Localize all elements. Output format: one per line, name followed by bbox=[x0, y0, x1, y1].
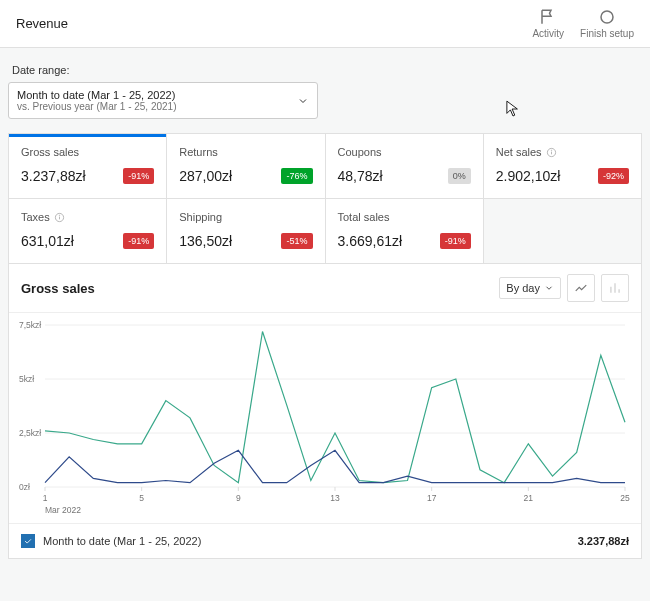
finish-setup-label: Finish setup bbox=[580, 28, 634, 39]
delta-badge: -91% bbox=[123, 168, 154, 184]
legend-value: 3.237,88zł bbox=[578, 535, 629, 547]
delta-badge: 0% bbox=[448, 168, 471, 184]
delta-badge: -91% bbox=[123, 233, 154, 249]
metric-card[interactable]: Taxes631,01zł-91% bbox=[9, 199, 166, 263]
svg-text:2,5kzł: 2,5kzł bbox=[19, 428, 41, 438]
metric-label: Returns bbox=[179, 146, 312, 158]
chart-body: 0zł2,5kzł5kzł7,5kzł15913172125Mar 2022 bbox=[9, 313, 641, 523]
svg-text:25: 25 bbox=[620, 493, 630, 503]
metric-label: Shipping bbox=[179, 211, 312, 223]
svg-text:Mar 2022: Mar 2022 bbox=[45, 505, 81, 515]
legend-label: Month to date (Mar 1 - 25, 2022) bbox=[43, 535, 201, 547]
bar-chart-icon bbox=[608, 281, 622, 295]
svg-text:7,5kzł: 7,5kzł bbox=[19, 320, 41, 330]
metric-card[interactable]: Net sales2.902,10zł-92% bbox=[484, 134, 641, 198]
metric-card[interactable]: Total sales3.669,61zł-91% bbox=[326, 199, 483, 263]
svg-text:1: 1 bbox=[43, 493, 48, 503]
info-icon bbox=[54, 212, 65, 223]
delta-badge: -76% bbox=[281, 168, 312, 184]
metric-label: Coupons bbox=[338, 146, 471, 158]
chevron-down-icon bbox=[297, 95, 309, 107]
chart-legend-row: Month to date (Mar 1 - 25, 2022) 3.237,8… bbox=[9, 523, 641, 558]
svg-text:9: 9 bbox=[236, 493, 241, 503]
check-icon bbox=[23, 536, 33, 546]
date-range-label: Date range: bbox=[12, 64, 642, 76]
svg-text:0zł: 0zł bbox=[19, 482, 30, 492]
delta-badge: -91% bbox=[440, 233, 471, 249]
date-range-sub: vs. Previous year (Mar 1 - 25, 2021) bbox=[17, 101, 177, 112]
chevron-down-icon bbox=[544, 283, 554, 293]
metric-card[interactable]: Shipping136,50zł-51% bbox=[167, 199, 324, 263]
metric-value: 136,50zł bbox=[179, 233, 232, 249]
topbar-actions: Activity Finish setup bbox=[532, 8, 634, 39]
svg-text:5: 5 bbox=[139, 493, 144, 503]
topbar: Revenue Activity Finish setup bbox=[0, 0, 650, 48]
metric-label: Total sales bbox=[338, 211, 471, 223]
svg-text:5kzł: 5kzł bbox=[19, 374, 34, 384]
date-range-select[interactable]: Month to date (Mar 1 - 25, 2022) vs. Pre… bbox=[8, 82, 318, 119]
svg-text:21: 21 bbox=[524, 493, 534, 503]
legend-checkbox[interactable] bbox=[21, 534, 35, 548]
svg-text:13: 13 bbox=[330, 493, 340, 503]
metric-value: 3.669,61zł bbox=[338, 233, 403, 249]
metric-value: 2.902,10zł bbox=[496, 168, 561, 184]
svg-text:17: 17 bbox=[427, 493, 437, 503]
metric-label: Net sales bbox=[496, 146, 629, 158]
metric-label: Gross sales bbox=[21, 146, 154, 158]
delta-badge: -51% bbox=[281, 233, 312, 249]
chart-title: Gross sales bbox=[21, 281, 95, 296]
finish-setup-button[interactable]: Finish setup bbox=[580, 8, 634, 39]
delta-badge: -92% bbox=[598, 168, 629, 184]
metric-card bbox=[484, 199, 641, 263]
metric-value: 48,78zł bbox=[338, 168, 383, 184]
metrics-grid: Gross sales3.237,88zł-91%Returns287,00zł… bbox=[8, 133, 642, 264]
metric-value: 631,01zł bbox=[21, 233, 74, 249]
metric-card[interactable]: Returns287,00zł-76% bbox=[167, 134, 324, 198]
chart-card: Gross sales By day 0zł2,5kzł5kzł7,5kzł15… bbox=[8, 264, 642, 559]
flag-icon bbox=[539, 8, 557, 26]
metric-card[interactable]: Gross sales3.237,88zł-91% bbox=[9, 134, 166, 198]
circle-icon bbox=[598, 8, 616, 26]
activity-label: Activity bbox=[532, 28, 564, 39]
chart-interval-label: By day bbox=[506, 282, 540, 294]
chart-header: Gross sales By day bbox=[9, 264, 641, 313]
info-icon bbox=[546, 147, 557, 158]
chart-svg: 0zł2,5kzł5kzł7,5kzł15913172125Mar 2022 bbox=[17, 319, 631, 519]
bar-chart-toggle[interactable] bbox=[601, 274, 629, 302]
line-chart-toggle[interactable] bbox=[567, 274, 595, 302]
page-title: Revenue bbox=[16, 16, 68, 31]
metric-card[interactable]: Coupons48,78zł0% bbox=[326, 134, 483, 198]
metric-value: 3.237,88zł bbox=[21, 168, 86, 184]
date-range-main: Month to date (Mar 1 - 25, 2022) bbox=[17, 89, 177, 101]
line-chart-icon bbox=[574, 281, 588, 295]
metric-label: Taxes bbox=[21, 211, 154, 223]
activity-button[interactable]: Activity bbox=[532, 8, 564, 39]
svg-point-0 bbox=[601, 11, 613, 23]
chart-interval-select[interactable]: By day bbox=[499, 277, 561, 299]
metric-value: 287,00zł bbox=[179, 168, 232, 184]
chart-controls: By day bbox=[499, 274, 629, 302]
